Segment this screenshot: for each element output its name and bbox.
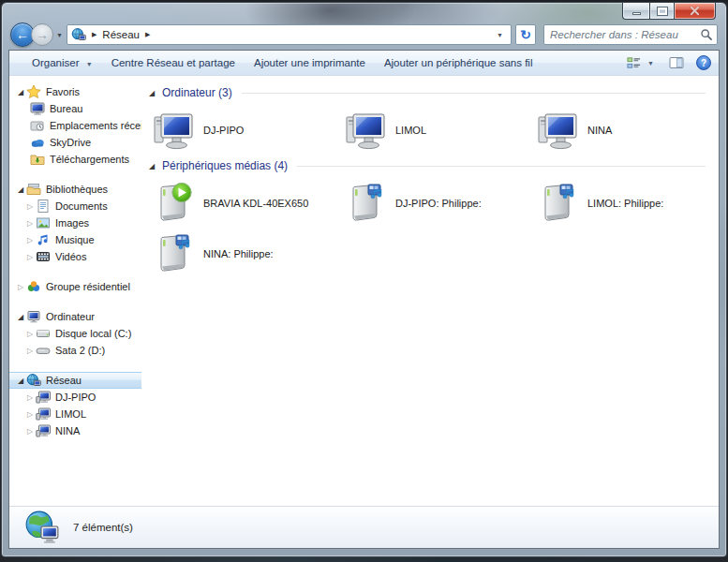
sidebar-item-limol[interactable]: ▷ LIMOL (9, 406, 141, 422)
sidebar-item-documents[interactable]: ▷ Documents (9, 198, 141, 214)
close-button[interactable] (675, 3, 716, 20)
network-and-sharing-center-button[interactable]: Centre Réseau et partage (102, 53, 245, 72)
sidebar-item-disque-local[interactable]: ▷ Disque local (C:) (9, 325, 141, 342)
sidebar-item-emplacements-recent[interactable]: Emplacements récent (9, 117, 141, 134)
computer-icon (535, 108, 580, 153)
refresh-button[interactable]: ↻ (515, 24, 536, 45)
music-icon (36, 232, 51, 247)
search-box (543, 24, 718, 45)
add-wireless-device-button[interactable]: Ajouter un périphérique sans fil (375, 53, 542, 72)
screen: ← → ▼ ▶ Réseau ▶ ▼ ↻ Organiser ▼ (0, 0, 728, 562)
organize-menu[interactable]: Organiser ▼ (22, 53, 102, 72)
sidebar-item-favoris[interactable]: ◢ Favoris (9, 83, 141, 100)
media-tile-nina[interactable]: NINA: Philippe: (151, 231, 343, 276)
expander-icon[interactable]: ◢ (15, 88, 26, 96)
item-count: 7 élément(s) (73, 522, 133, 533)
desktop-icon (30, 101, 45, 116)
explorer-window: ← → ▼ ▶ Réseau ▶ ▼ ↻ Organiser ▼ (1, 2, 727, 557)
preview-pane-button[interactable] (666, 53, 687, 72)
sidebar-item-dj-pipo[interactable]: ▷ DJ-PIPO (9, 389, 141, 406)
sidebar-item-nina[interactable]: ▷ NINA (9, 422, 141, 439)
address-bar[interactable]: ▶ Réseau ▶ ▼ (67, 24, 512, 45)
network-globe-icon (24, 510, 60, 545)
change-view-button[interactable]: ▼ (624, 54, 657, 72)
breadcrumb-location[interactable]: Réseau (102, 29, 140, 40)
collapse-group-icon[interactable]: ◢ (149, 89, 162, 97)
expander-icon[interactable]: ◢ (15, 185, 26, 194)
sidebar-item-sata2[interactable]: ▷ Sata 2 (D:) (9, 342, 141, 359)
expander-icon[interactable]: ▷ (24, 253, 36, 261)
media-tile-bravia[interactable]: BRAVIA KDL-40EX650 (151, 181, 343, 226)
expander-icon[interactable]: ◢ (15, 313, 26, 321)
breadcrumb-separator-icon[interactable]: ▶ (92, 31, 97, 38)
sidebar-item-reseau[interactable]: ◢ Réseau (9, 372, 141, 389)
sidebar-item-skydrive[interactable]: SkyDrive (9, 134, 141, 151)
videos-icon (36, 249, 51, 264)
details-pane: 7 élément(s) (9, 506, 719, 548)
minimize-icon (632, 12, 641, 15)
computer-icon (26, 309, 41, 324)
recent-pages-dropdown[interactable]: ▼ (56, 32, 63, 38)
cloud-icon (30, 135, 45, 150)
group-divider (242, 93, 706, 94)
sidebar-item-telechargements[interactable]: Téléchargements (9, 151, 141, 168)
computer-tile-dj-pipo[interactable]: DJ-PIPO (151, 108, 343, 153)
media-device-play-icon (151, 181, 196, 226)
navigation-pane: ◢ Favoris Bureau Emplacements récent (9, 76, 141, 506)
sidebar-item-groupe-residentiel[interactable]: ▷ Groupe résidentiel (9, 278, 141, 295)
pictures-icon (36, 215, 51, 230)
network-icon (26, 373, 41, 388)
expander-icon[interactable]: ▷ (24, 219, 36, 228)
sidebar-item-bureau[interactable]: Bureau (9, 100, 141, 117)
caption-buttons (622, 3, 716, 20)
expander-icon[interactable]: ▷ (24, 330, 36, 338)
group-divider (297, 166, 706, 167)
address-dropdown-icon[interactable]: ▼ (491, 32, 509, 38)
breadcrumb-separator-icon[interactable]: ▶ (145, 31, 150, 38)
search-input[interactable] (550, 29, 700, 40)
expander-icon[interactable]: ▷ (24, 236, 36, 244)
sidebar-item-images[interactable]: ▷ Images (9, 214, 141, 231)
navigation-bar: ← → ▼ ▶ Réseau ▶ ▼ ↻ (10, 22, 718, 47)
collapse-group-icon[interactable]: ◢ (149, 162, 162, 170)
media-tile-dj-pipo[interactable]: DJ-PIPO: Philippe: (343, 181, 535, 226)
minimize-button[interactable] (622, 3, 649, 20)
expander-icon[interactable]: ◢ (15, 377, 26, 385)
help-button[interactable]: ? (696, 55, 711, 70)
computer-tile-limol[interactable]: LIMOL (343, 108, 535, 153)
network-computer-icon (36, 390, 51, 405)
close-icon (690, 6, 700, 16)
expander-icon[interactable]: ▷ (24, 347, 36, 355)
media-device-icon (151, 231, 196, 276)
media-device-tiles: BRAVIA KDL-40EX650 DJ-PIPO: Philippe: LI… (149, 175, 709, 280)
expander-icon[interactable]: ▷ (24, 202, 36, 211)
expander-icon[interactable]: ▷ (24, 427, 36, 436)
sidebar-item-musique[interactable]: ▷ Musique (9, 231, 141, 248)
forward-button[interactable]: → (31, 23, 53, 46)
computer-tile-nina[interactable]: NINA (535, 108, 719, 153)
computer-tiles: DJ-PIPO LIMOL NINA (149, 102, 709, 156)
computer-icon (151, 108, 196, 153)
add-printer-button[interactable]: Ajouter une imprimante (245, 53, 375, 72)
network-location-icon (71, 27, 86, 42)
expander-icon[interactable]: ▷ (24, 393, 36, 402)
sidebar-item-videos[interactable]: ▷ Vidéos (9, 248, 141, 265)
client-area: Organiser ▼ Centre Réseau et partage Ajo… (8, 50, 720, 549)
maximize-icon (658, 7, 667, 15)
computer-icon (343, 108, 388, 153)
expander-icon[interactable]: ▷ (15, 283, 26, 291)
back-arrow-icon: ← (16, 27, 29, 42)
group-header-ordinateur[interactable]: ◢ Ordinateur (3) (149, 83, 709, 102)
homegroup-icon (26, 279, 41, 294)
sidebar-item-ordinateur[interactable]: ◢ Ordinateur (9, 308, 141, 325)
expander-icon[interactable]: ▷ (24, 410, 36, 419)
group-header-peripheriques-medias[interactable]: ◢ Périphériques médias (4) (149, 156, 709, 175)
libraries-icon (26, 182, 41, 197)
documents-icon (36, 199, 51, 214)
maximize-button[interactable] (649, 3, 675, 20)
sidebar-item-bibliotheques[interactable]: ◢ Bibliothèques (9, 181, 141, 198)
search-icon[interactable] (700, 28, 713, 41)
star-icon (26, 84, 41, 99)
media-tile-limol[interactable]: LIMOL: Philippe: (535, 181, 719, 226)
local-disk-icon (36, 326, 51, 341)
